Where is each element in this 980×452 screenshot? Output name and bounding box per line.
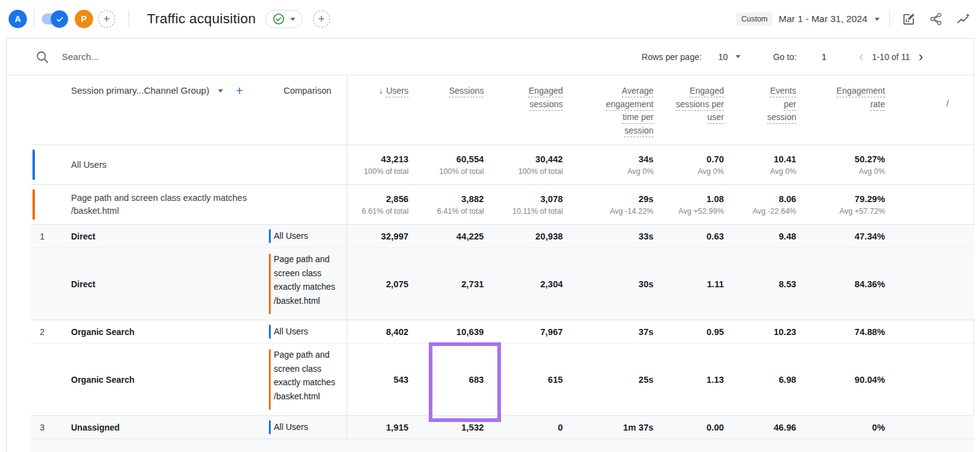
pagination: Rows per page: 10 Go to: ‹ 1-10 of 11 › <box>642 50 924 64</box>
row-number: 3 <box>31 416 50 439</box>
topbar-right: Custom Mar 1 - Mar 31, 2024 <box>736 10 971 28</box>
pagination-range: 1-10 of 11 <box>872 52 910 62</box>
date-range-type-badge: Custom <box>736 12 772 26</box>
column-header-events-per-session[interactable]: Events per session <box>733 75 805 145</box>
segment-label: Page path and screen class exactly match… <box>268 344 347 415</box>
chevron-down-icon[interactable] <box>218 89 223 92</box>
dimension-header-cell: Session primary...Channel Group) + <box>31 75 268 145</box>
table-row: Direct Page path and screen class exactl… <box>31 247 974 320</box>
comparison-column-header: Comparison <box>268 75 347 145</box>
account-avatar[interactable]: A <box>9 10 27 28</box>
add-report-button[interactable]: + <box>313 10 330 28</box>
chevron-down-icon <box>736 55 741 58</box>
column-header-engaged-sessions-per-user[interactable]: Engaged sessions per user <box>662 75 733 145</box>
add-dimension-button[interactable]: + <box>236 85 243 96</box>
share-icon <box>929 12 943 26</box>
segment-label: All Users <box>268 225 347 247</box>
check-icon <box>56 15 64 23</box>
overflow-column-hint: / <box>894 75 974 145</box>
table-row: 1 Direct All Users 32,997 44,225 20,938 … <box>31 224 974 247</box>
row-number <box>31 344 50 415</box>
search-icon[interactable] <box>35 50 50 64</box>
insights-button[interactable] <box>956 11 971 27</box>
channel-name: Unassigned <box>50 416 268 439</box>
sort-descending-icon: ↓ <box>379 86 383 96</box>
summary-label: All Users <box>31 145 268 184</box>
next-row-peek <box>31 439 974 452</box>
row-number <box>31 248 50 320</box>
chevron-down-icon <box>875 18 880 21</box>
go-to-page-input[interactable] <box>816 52 832 62</box>
column-header-engaged-sessions[interactable]: Engaged sessions <box>492 75 571 145</box>
column-header-users[interactable]: ↓Users <box>347 75 417 145</box>
report-status-dropdown[interactable] <box>265 10 303 28</box>
rows-per-page-select[interactable]: 10 <box>718 52 741 62</box>
highlighted-value: 683 <box>469 375 484 385</box>
check-circle-icon <box>273 13 285 25</box>
summary-row-all-users: All Users 43,213100% of total 60,554100%… <box>31 145 974 184</box>
plus-icon: + <box>104 13 110 24</box>
column-header-sessions[interactable]: Sessions <box>417 75 492 145</box>
topbar-actions <box>900 11 971 27</box>
report-table: Session primary...Channel Group) + Compa… <box>31 75 974 452</box>
date-range-text: Mar 1 - Mar 31, 2024 <box>778 13 867 24</box>
report-card: Rows per page: 10 Go to: ‹ 1-10 of 11 › … <box>6 38 974 452</box>
customize-report-button[interactable] <box>900 11 916 27</box>
column-header-avg-engagement-time[interactable]: Average engagement time per session <box>571 75 662 145</box>
divider <box>889 10 890 28</box>
channel-name: Organic Search <box>50 344 268 415</box>
rows-per-page-label: Rows per page: <box>642 52 702 62</box>
table-row: 2 Organic Search All Users 8,402 10,639 … <box>31 320 974 343</box>
table-header-row: Session primary...Channel Group) + Compa… <box>31 75 974 145</box>
search-box <box>35 50 642 64</box>
table-controls-row: Rows per page: 10 Go to: ‹ 1-10 of 11 › <box>7 39 973 75</box>
segment-label: All Users <box>268 320 347 343</box>
previous-page-button[interactable]: ‹ <box>858 50 864 64</box>
plus-icon: + <box>318 13 325 24</box>
date-range-picker[interactable]: Mar 1 - Mar 31, 2024 <box>778 13 880 24</box>
rows-per-page-value: 10 <box>718 52 728 62</box>
next-page-button[interactable]: › <box>918 50 924 64</box>
page-title: Traffic acquisition <box>147 11 256 27</box>
share-button[interactable] <box>928 11 944 27</box>
row-number: 2 <box>31 320 50 343</box>
segment-label: All Users <box>268 416 347 439</box>
dimension-dropdown[interactable]: Session primary...Channel Group) <box>71 85 209 96</box>
edit-chart-icon <box>902 12 916 26</box>
row-number: 1 <box>31 225 50 247</box>
add-comparison-button[interactable]: + <box>98 10 115 28</box>
toggle-thumb <box>51 10 68 28</box>
top-bar: A P + Traffic acquisition + Custom Mar 1… <box>0 0 980 38</box>
search-input[interactable] <box>62 51 442 62</box>
chevron-down-icon <box>290 18 295 21</box>
go-to-label: Go to: <box>773 52 796 62</box>
channel-name: Direct <box>50 248 268 320</box>
column-header-engagement-rate[interactable]: Engagement rate <box>805 75 894 145</box>
summary-row-basket-comparison: Page path and screen class exactly match… <box>31 184 974 224</box>
summary-label: Page path and screen class exactly match… <box>31 185 268 224</box>
table-row: Organic Search Page path and screen clas… <box>31 343 974 415</box>
property-avatar[interactable]: P <box>75 10 93 28</box>
channel-name: Direct <box>50 225 268 247</box>
table-row: 3 Unassigned All Users 1,915 1,532 0 1m … <box>31 415 974 439</box>
divider <box>34 10 34 28</box>
divider <box>129 10 129 28</box>
insights-icon <box>956 12 971 26</box>
comparison-toggle[interactable] <box>42 13 66 24</box>
segment-label: Page path and screen class exactly match… <box>268 248 347 320</box>
channel-name: Organic Search <box>50 320 268 343</box>
